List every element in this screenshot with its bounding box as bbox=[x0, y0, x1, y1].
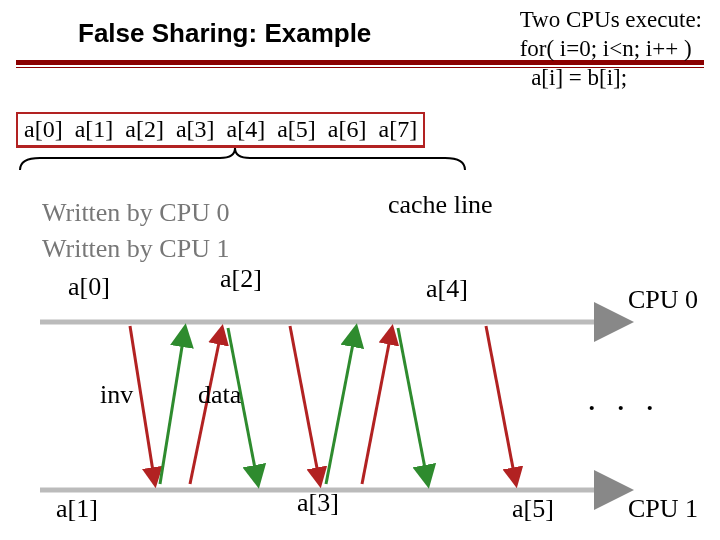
code-line-3: a[i] = b[i]; bbox=[520, 64, 702, 93]
inv-label: inv bbox=[100, 380, 133, 410]
cell-a2: a[2] bbox=[119, 114, 170, 145]
code-snippet: Two CPUs execute: for( i=0; i<n; i++ ) a… bbox=[520, 6, 702, 92]
slide-title: False Sharing: Example bbox=[78, 18, 371, 49]
array-row: a[0] a[1] a[2] a[3] a[4] a[5] a[6] a[7] bbox=[16, 112, 425, 148]
cell-a0: a[0] bbox=[18, 114, 69, 145]
cell-a5: a[5] bbox=[271, 114, 322, 145]
bot-a3: a[3] bbox=[297, 488, 339, 518]
cpu1-label: CPU 1 bbox=[628, 494, 698, 524]
cell-a1: a[1] bbox=[69, 114, 120, 145]
cell-a3: a[3] bbox=[170, 114, 221, 145]
cell-a7: a[7] bbox=[372, 114, 423, 145]
code-line-2: for( i=0; i<n; i++ ) bbox=[520, 35, 702, 64]
code-line-1: Two CPUs execute: bbox=[520, 6, 702, 35]
data-label: data bbox=[198, 380, 241, 410]
ellipsis: . . . bbox=[588, 380, 661, 418]
bot-a1: a[1] bbox=[56, 494, 98, 524]
svg-line-6 bbox=[290, 326, 320, 484]
svg-line-8 bbox=[362, 328, 392, 484]
svg-line-10 bbox=[486, 326, 516, 484]
cell-a6: a[6] bbox=[322, 114, 373, 145]
written-cpu1: Written by CPU 1 bbox=[42, 234, 229, 264]
bot-a5: a[5] bbox=[512, 494, 554, 524]
svg-line-9 bbox=[398, 328, 428, 484]
cell-a4: a[4] bbox=[221, 114, 272, 145]
cpu0-label: CPU 0 bbox=[628, 285, 698, 315]
top-a4: a[4] bbox=[426, 274, 468, 304]
svg-line-3 bbox=[160, 328, 185, 484]
top-a0: a[0] bbox=[68, 272, 110, 302]
top-a2: a[2] bbox=[220, 264, 262, 294]
svg-line-2 bbox=[130, 326, 155, 484]
written-cpu0: Written by CPU 0 bbox=[42, 198, 229, 228]
cache-line-label: cache line bbox=[388, 190, 493, 220]
svg-line-7 bbox=[326, 328, 356, 484]
